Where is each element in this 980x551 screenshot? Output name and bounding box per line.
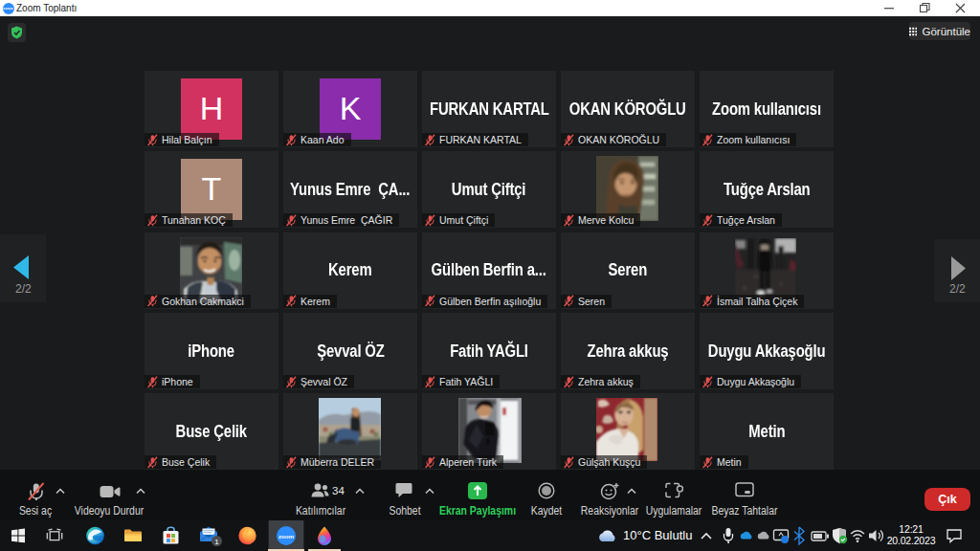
svg-text:1: 1 <box>214 538 219 546</box>
svg-text:zoom: zoom <box>278 533 295 540</box>
